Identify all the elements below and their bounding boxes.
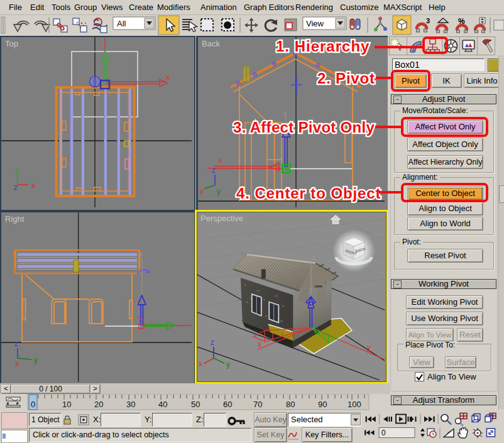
svg-text:z: z	[212, 166, 216, 175]
svg-text:z: z	[211, 338, 214, 347]
svg-text:0: 0	[31, 400, 35, 409]
svg-text:100: 100	[348, 400, 361, 409]
svg-text:View: View	[306, 19, 324, 28]
svg-text:10: 10	[62, 400, 71, 409]
svg-text:40: 40	[158, 400, 167, 409]
svg-text:z: z	[312, 254, 315, 261]
svg-text:x: x	[258, 340, 261, 349]
svg-text:z: z	[140, 250, 143, 258]
svg-text:x: x	[139, 315, 143, 322]
svg-text:x: x	[166, 73, 170, 82]
svg-text:y: y	[226, 360, 230, 369]
svg-text:z: z	[283, 110, 287, 118]
svg-text:70: 70	[253, 400, 262, 409]
svg-text:y: y	[34, 356, 38, 364]
svg-text:z: z	[14, 183, 18, 192]
svg-text:x: x	[31, 181, 35, 190]
svg-text:90: 90	[318, 400, 327, 409]
svg-text:All: All	[117, 19, 126, 28]
svg-text:50: 50	[191, 400, 200, 409]
svg-text:y: y	[217, 187, 221, 196]
svg-text:x: x	[219, 156, 222, 165]
svg-text:60: 60	[223, 400, 232, 409]
svg-text:30: 30	[126, 400, 135, 409]
svg-text:z: z	[14, 339, 18, 348]
svg-text:y: y	[15, 166, 19, 175]
svg-text:x: x	[200, 187, 204, 196]
svg-text:0: 0	[381, 429, 386, 437]
svg-text:80: 80	[286, 400, 295, 409]
svg-text:3: 3	[426, 17, 430, 25]
svg-text:%: %	[458, 17, 465, 26]
svg-text:B: B	[292, 50, 299, 58]
svg-text:x: x	[15, 359, 19, 368]
svg-text:x: x	[199, 359, 202, 368]
svg-text:y: y	[367, 343, 371, 352]
svg-text:20: 20	[94, 400, 103, 409]
